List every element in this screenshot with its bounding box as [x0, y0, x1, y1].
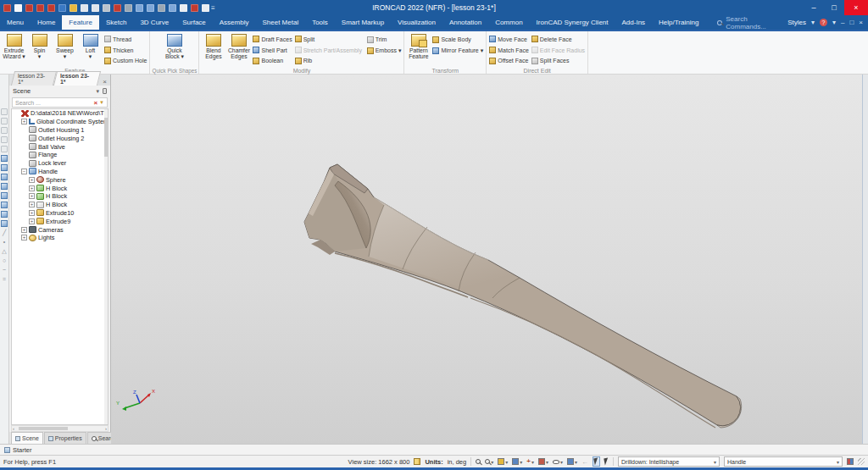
catalog-strip-cube-icon[interactable] [1, 220, 8, 227]
thicken-button[interactable]: Thicken [104, 46, 147, 55]
panel-caret-icon[interactable]: ▾ [96, 88, 99, 95]
boolean-button[interactable]: Boolean [253, 56, 292, 65]
open-folder-icon[interactable] [70, 4, 77, 12]
rib-button[interactable]: Rib [295, 56, 364, 65]
catalog-strip-tool-icon[interactable]: • [1, 239, 8, 246]
tree-item-h-block[interactable]: +H Block [12, 184, 108, 192]
close-button[interactable]: × [844, 0, 868, 15]
tree-item-ball-valve[interactable]: Ball Valve [12, 142, 108, 151]
shell-part-button[interactable]: Shell Part [253, 46, 292, 55]
catalog-strip-cube-icon[interactable] [1, 174, 8, 180]
session-props-icon[interactable] [191, 4, 198, 12]
catalog-strip-tool-icon[interactable]: = [1, 276, 8, 283]
ribbon-tab-common[interactable]: Common [488, 15, 529, 30]
extrude-wizard-button[interactable]: ExtrudeWizard ▾ [3, 33, 25, 65]
render-mode-icon[interactable]: ▾ [538, 458, 548, 465]
catalog-strip-cube-icon[interactable] [1, 155, 8, 162]
view-size-icon[interactable] [414, 458, 420, 465]
catalog-browser-icon[interactable] [180, 4, 187, 12]
document-tab-close-icon[interactable]: × [99, 78, 110, 86]
tree-expander-icon[interactable]: + [29, 202, 35, 207]
camera-blue-icon[interactable]: ▾ [512, 458, 522, 465]
minimize-button[interactable]: – [804, 0, 824, 15]
catalog-strip-ghost-icon[interactable] [1, 118, 8, 124]
open-drawing-icon[interactable] [47, 4, 55, 12]
tree-item-extrude10[interactable]: +Extrude10 [12, 209, 108, 218]
mirror-feature-button[interactable]: Mirror Feature ▾ [432, 46, 483, 55]
ribbon-tab-sketch[interactable]: Sketch [99, 15, 133, 30]
catalog-strip-ghost-icon[interactable] [1, 136, 8, 143]
paste-icon[interactable] [125, 4, 132, 12]
command-search[interactable]: Search Commands... [717, 15, 787, 30]
qat-customize-icon[interactable]: ≡ [211, 4, 215, 12]
app-logo-icon[interactable] [3, 4, 11, 12]
pattern-feature-button[interactable]: PatternFeature [407, 33, 430, 65]
tab-properties[interactable]: Properties [44, 432, 86, 444]
selection-combo[interactable]: Handle▾ [724, 456, 843, 467]
draft-faces-button[interactable]: Draft Faces [253, 35, 292, 44]
quick-block-button[interactable]: QuickBlock ▾ [156, 33, 193, 65]
catalog-strip-ghost-icon[interactable] [1, 146, 8, 152]
tree-expander-icon[interactable]: + [29, 177, 35, 183]
tree-expander-icon[interactable]: − [21, 169, 27, 174]
drilldown-combo[interactable]: Drilldown: Intellishape▾ [618, 456, 720, 467]
tree-item-outlet-housing-1[interactable]: Outlet Housing 1 [12, 126, 108, 135]
tree-expander-icon[interactable]: + [21, 227, 27, 233]
tree-item-extrude9[interactable]: +Extrude9 [12, 217, 108, 225]
handle-model[interactable] [111, 75, 862, 444]
tree-item-flange[interactable]: Flange [12, 151, 108, 159]
panel-pin-icon[interactable] [103, 88, 107, 94]
resize-grip[interactable] [858, 458, 865, 465]
tab-scene[interactable]: Scene [11, 432, 43, 444]
tree-item-lock-lever[interactable]: Lock lever [12, 159, 108, 168]
ribbon-tab-feature[interactable]: Feature [62, 15, 99, 30]
open-recent-icon[interactable] [25, 4, 33, 12]
catalog-strip-cube-icon[interactable] [1, 183, 8, 190]
select-tool-icon[interactable] [593, 456, 600, 467]
tree-expander-icon[interactable]: + [29, 218, 35, 224]
zoom-icon[interactable] [476, 459, 481, 464]
tree-expander-icon[interactable]: + [29, 210, 35, 216]
catalog-strip-cube-icon[interactable] [1, 164, 8, 171]
tree-item-outlet-housing-2[interactable]: Outlet Housing 2 [12, 134, 108, 142]
settings-icon[interactable] [158, 4, 165, 12]
document-tab-2[interactable]: lesson 23-1* [53, 71, 101, 86]
tree-item-h-block[interactable]: +H Block [12, 201, 108, 209]
save-as-icon[interactable] [92, 4, 99, 12]
units-value[interactable]: in, deg [448, 458, 467, 466]
delete-face-button[interactable]: Delete Face [531, 35, 585, 44]
styles-button[interactable]: Styles [787, 19, 806, 26]
undo-icon[interactable] [136, 4, 143, 12]
ribbon-tab-ironcad-synergy-client[interactable]: IronCAD Synergy Client [530, 15, 615, 30]
spin-button[interactable]: Spin▾ [28, 33, 51, 65]
loft-button[interactable]: Loft▾ [79, 33, 102, 65]
ribbon-tab-visualization[interactable]: Visualization [391, 15, 442, 30]
catalog-strip-tool-icon[interactable]: ╱ [1, 229, 8, 236]
save-icon[interactable] [81, 4, 88, 12]
new-drawing-icon[interactable] [36, 4, 44, 12]
select-alt-icon[interactable] [604, 458, 609, 465]
visibility-icon[interactable]: ▾ [553, 459, 563, 465]
help-icon[interactable]: ? [820, 19, 827, 26]
trim-button[interactable]: Trim [367, 35, 402, 44]
catalog-strip-tool-icon[interactable]: ○ [1, 257, 8, 264]
ribbon-tab-menu[interactable]: Menu [0, 15, 31, 30]
doc-minimize-button[interactable]: – [841, 19, 844, 26]
render-icon[interactable] [169, 4, 176, 12]
ribbon-tab-smart-markup[interactable]: Smart Markup [335, 15, 391, 30]
blend-edges-button[interactable]: BlendEdges [202, 33, 225, 65]
ribbon-tab-surface[interactable]: Surface [175, 15, 213, 30]
tree-vertical-scrollbar[interactable] [104, 109, 108, 424]
camera-gold-icon[interactable]: ▾ [498, 458, 508, 465]
tree-expander-icon[interactable]: + [21, 119, 27, 124]
catalog-strip-tool-icon[interactable]: ~ [1, 267, 8, 274]
catalog-strip-tool-icon[interactable]: △ [1, 248, 8, 255]
ribbon-tab-assembly[interactable]: Assembly [213, 15, 256, 30]
new-document-icon[interactable] [58, 4, 66, 12]
offset-face-button[interactable]: Offset Face [489, 56, 529, 65]
match-face-button[interactable]: Match Face [489, 46, 529, 55]
shaded-view-icon[interactable]: ▾ [567, 458, 577, 465]
catalog-strip-cube-icon[interactable] [1, 192, 8, 199]
ribbon-tab-annotation[interactable]: Annotation [442, 15, 488, 30]
tree-expander-icon[interactable]: + [29, 185, 35, 191]
